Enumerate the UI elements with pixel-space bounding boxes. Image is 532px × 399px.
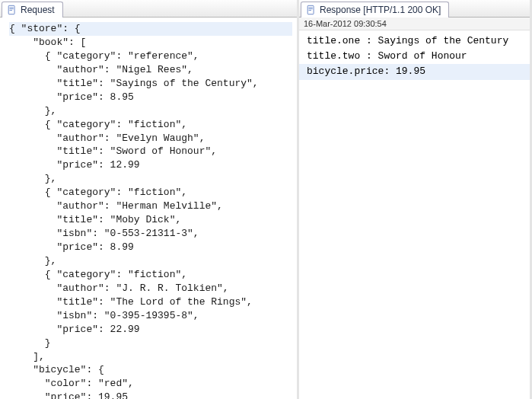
tab-response-label: Response [HTTP/1.1 200 OK] — [320, 5, 441, 15]
request-json[interactable]: { "store": { "book": [ { "category": "re… — [0, 18, 297, 399]
response-body[interactable]: title.one : Sayings of the Centurytitle.… — [299, 30, 530, 399]
request-panel: Request { "store": { "book": [ { "catego… — [0, 0, 299, 399]
svg-rect-5 — [309, 8, 313, 8]
request-tabbar: Request — [0, 0, 297, 18]
svg-rect-3 — [10, 10, 13, 11]
request-body[interactable]: { "store": { "book": [ { "category": "re… — [0, 18, 297, 399]
tab-request-label: Request — [21, 5, 55, 15]
svg-rect-1 — [10, 8, 14, 8]
doc-icon — [7, 5, 18, 15]
svg-rect-2 — [10, 8, 14, 9]
response-panel: Response [HTTP/1.1 200 OK] 16-Mar-2012 0… — [299, 0, 532, 399]
svg-rect-7 — [309, 10, 312, 11]
response-line[interactable]: bicycle.price: 19.95 — [299, 64, 530, 79]
doc-icon — [306, 5, 317, 15]
tab-request[interactable]: Request — [2, 2, 63, 18]
response-tabbar: Response [HTTP/1.1 200 OK] — [299, 0, 530, 18]
response-timestamp: 16-Mar-2012 09:30:54 — [299, 18, 530, 30]
tab-response[interactable]: Response [HTTP/1.1 200 OK] — [301, 2, 449, 18]
svg-rect-6 — [309, 8, 313, 9]
response-line[interactable]: title.two : Sword of Honour — [299, 49, 530, 64]
workspace: Request { "store": { "book": [ { "catego… — [0, 0, 532, 399]
response-line[interactable]: title.one : Sayings of the Century — [299, 34, 530, 49]
